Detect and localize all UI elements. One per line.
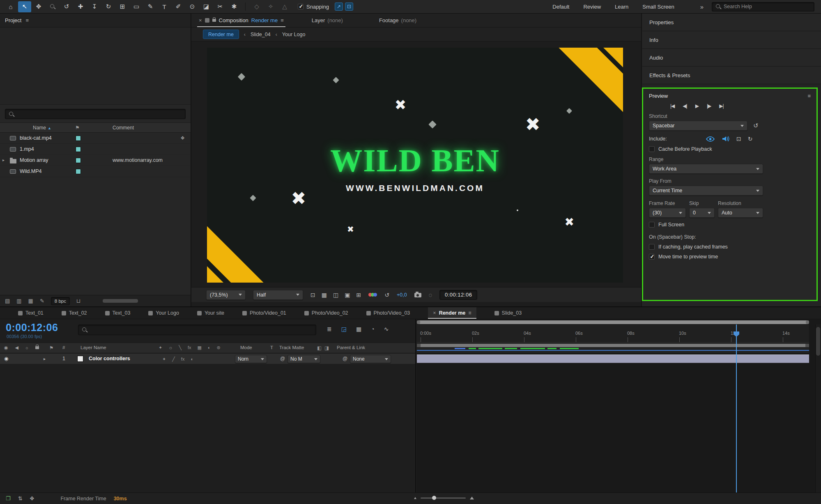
magnification-dropdown[interactable]: (73,5%): [206, 290, 246, 300]
column-mode[interactable]: Mode: [240, 345, 252, 350]
switch-icon[interactable]: ◐: [208, 345, 211, 350]
parent-dropdown[interactable]: None: [350, 355, 391, 363]
panel-tab-effects-presets[interactable]: Effects & Presets: [642, 67, 821, 84]
overlays-region-icon[interactable]: ⊡: [736, 136, 741, 142]
grid-icon[interactable]: ⊞: [356, 292, 361, 298]
column-t[interactable]: T: [270, 345, 273, 350]
panel-tab-info[interactable]: Info: [642, 31, 821, 49]
switch-icon[interactable]: ☼: [168, 345, 172, 350]
panel-menu-icon[interactable]: ≡: [25, 17, 29, 23]
switch-icon[interactable]: ╲: [179, 345, 182, 350]
render-current-frame-icon[interactable]: ❐: [6, 495, 11, 502]
timeline-tab-text-01[interactable]: Text_01: [18, 307, 44, 319]
home-tool-icon[interactable]: ⌂: [4, 1, 17, 12]
snapshot-camera-icon[interactable]: [414, 293, 421, 297]
frame-rate-dropdown[interactable]: (30): [649, 208, 686, 218]
expander-icon[interactable]: ▸: [2, 158, 5, 162]
breadcrumb-item[interactable]: Your Logo: [282, 32, 306, 37]
range-dropdown[interactable]: Work Area: [649, 164, 763, 174]
tab-footage[interactable]: Footage (none): [379, 17, 416, 23]
sort-ascending-icon[interactable]: ▲: [48, 126, 51, 130]
current-timecode[interactable]: 0:00:12:06: [6, 322, 58, 334]
full-screen-checkbox[interactable]: [649, 222, 655, 228]
column-parent-link[interactable]: Parent & Link: [337, 345, 365, 350]
timeline-search[interactable]: [78, 324, 316, 335]
frame-blending-icon[interactable]: ▦: [356, 326, 361, 332]
orbit-camera-tool-icon[interactable]: ↺: [60, 1, 73, 12]
timeline-tab-photo-video-01[interactable]: Photo/Video_01: [242, 307, 286, 319]
project-panel-title[interactable]: Project: [5, 17, 21, 23]
label-color-chip[interactable]: [76, 158, 81, 163]
move-time-checkbox[interactable]: [649, 254, 655, 260]
scrollbar-thumb[interactable]: [816, 327, 820, 356]
switch-icon[interactable]: ✦: [162, 357, 166, 362]
panel-menu-icon[interactable]: ≡: [468, 310, 471, 316]
workspace-review[interactable]: Review: [577, 1, 607, 12]
include-audio-icon[interactable]: [722, 136, 730, 142]
rotation-tool-icon[interactable]: ↻: [102, 1, 115, 12]
channel-colors-icon[interactable]: [368, 293, 377, 297]
snapping-checkbox[interactable]: [298, 4, 304, 9]
clone-stamp-tool-icon[interactable]: ⊙: [186, 1, 199, 12]
label-column-icon[interactable]: ⚑: [75, 125, 80, 131]
guides-icon[interactable]: ▣: [345, 292, 350, 298]
mask-visibility-icon[interactable]: ◫: [333, 292, 338, 298]
first-frame-button[interactable]: |◀: [670, 103, 674, 109]
solo-column-icon[interactable]: ○: [25, 345, 28, 350]
timeline-tab-photo-video-03[interactable]: Photo/Video_03: [366, 307, 410, 319]
matte-toggle-icon[interactable]: ◧: [317, 345, 322, 351]
close-tab-icon[interactable]: ×: [433, 310, 436, 316]
label-color-chip[interactable]: [76, 169, 81, 174]
switch-icon[interactable]: ◐: [191, 357, 193, 362]
play-from-dropdown[interactable]: Current Time: [649, 186, 763, 196]
close-tab-icon[interactable]: ×: [199, 17, 202, 23]
eraser-tool-icon[interactable]: ◪: [200, 1, 213, 12]
roto-brush-tool-icon[interactable]: ✂: [214, 1, 227, 12]
vertical-scrollbar[interactable]: [815, 324, 821, 493]
if-caching-checkbox[interactable]: [649, 244, 655, 250]
previous-frame-button[interactable]: ◀|: [683, 103, 687, 109]
lock-column-icon[interactable]: [35, 346, 39, 349]
comp-mini-flowchart-icon[interactable]: ≣: [327, 326, 332, 332]
composition-viewport[interactable]: ✖✖✖✖✖ WILD BEN WWW.BENWILDMAN.COM: [207, 48, 623, 283]
tab-layer[interactable]: Layer (none): [312, 17, 343, 23]
reset-icon[interactable]: ↺: [753, 122, 759, 129]
column-track-matte[interactable]: Track Matte: [279, 345, 304, 350]
panel-menu-icon[interactable]: ≡: [807, 93, 811, 99]
exposure-value[interactable]: +0,0: [397, 292, 407, 298]
workspace-small-screen[interactable]: Small Screen: [636, 1, 680, 12]
project-search[interactable]: [5, 109, 186, 119]
panel-tab-audio[interactable]: Audio: [642, 49, 821, 67]
switch-icon[interactable]: fx: [181, 357, 185, 362]
column-layer-name[interactable]: Layer Name: [80, 345, 106, 350]
zoom-tool-icon[interactable]: [46, 1, 59, 12]
project-item-row[interactable]: ▸Motion arraywww.motionarray.com: [0, 155, 191, 166]
help-search[interactable]: [712, 2, 814, 12]
region-of-interest-icon[interactable]: ⊡: [310, 292, 315, 298]
zoom-slider-handle[interactable]: [432, 496, 436, 500]
expand-tracks-icon[interactable]: ✥: [30, 495, 34, 502]
column-number[interactable]: #: [62, 345, 65, 350]
timeline-tab-photo-video-02[interactable]: Photo/Video_02: [304, 307, 348, 319]
project-item-row[interactable]: black-cat.mp4❖: [0, 133, 191, 144]
work-area-bar[interactable]: [417, 344, 809, 347]
hand-tool-icon[interactable]: ✥: [32, 1, 45, 12]
transparency-grid-icon[interactable]: ▦: [322, 292, 327, 298]
timeline-tab-slide-03[interactable]: Slide_03: [494, 307, 522, 319]
timeline-tab-text-02[interactable]: Text_02: [62, 307, 87, 319]
skip-dropdown[interactable]: 0: [689, 208, 715, 218]
layer-name[interactable]: Color controllers: [89, 356, 130, 361]
timeline-tab-your-site[interactable]: Your site: [197, 307, 224, 319]
selection-tool-icon[interactable]: ↖: [18, 1, 31, 12]
project-search-input[interactable]: [17, 111, 182, 117]
project-item-row[interactable]: 1.mp4: [0, 144, 191, 155]
switch-icon[interactable]: ╱: [172, 357, 175, 362]
breadcrumb-item[interactable]: Slide_04: [251, 32, 271, 37]
column-name[interactable]: Name▲: [33, 125, 51, 131]
layer-color-swatch[interactable]: [77, 356, 83, 362]
pickwhip-icon[interactable]: @: [280, 356, 285, 361]
label-color-chip[interactable]: [76, 136, 81, 141]
pen-tool-icon[interactable]: ✎: [144, 1, 157, 12]
breadcrumb-current[interactable]: Render me: [203, 30, 239, 39]
new-folder-icon[interactable]: ▥: [16, 298, 21, 304]
